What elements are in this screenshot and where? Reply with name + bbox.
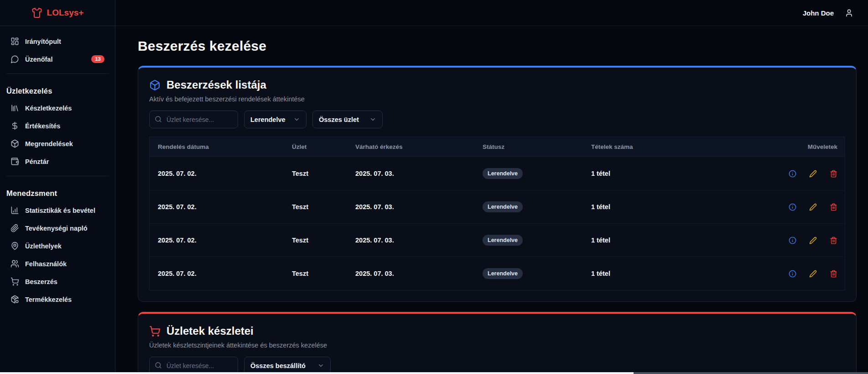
cell-expected-arrival: 2025. 07. 03.	[355, 203, 483, 211]
status-filter-select[interactable]: Lerendelve	[244, 111, 307, 128]
cell-status: Lerendelve	[483, 201, 591, 212]
sidebar-item-cashier[interactable]: Pénztár	[5, 153, 110, 170]
trash-icon[interactable]	[830, 237, 837, 244]
sidebar-item-label: Értékesítés	[25, 122, 60, 130]
cart-icon	[149, 326, 161, 337]
page-title: Beszerzés kezelése	[138, 38, 857, 54]
cell-expected-arrival: 2025. 07. 03.	[355, 270, 483, 277]
store-search	[149, 357, 238, 374]
status-badge: Lerendelve	[483, 201, 523, 212]
unread-count-badge: 13	[91, 55, 104, 63]
cell-items-count: 1 tétel	[591, 237, 778, 244]
brand-logo[interactable]: LOLsys+	[0, 0, 115, 26]
pencil-icon[interactable]	[809, 170, 817, 178]
pencil-icon[interactable]	[809, 270, 817, 278]
trash-icon[interactable]	[830, 170, 837, 178]
status-badge: Lerendelve	[483, 235, 523, 246]
cell-order-date: 2025. 07. 02.	[150, 170, 292, 177]
sidebar-item-products[interactable]: Termékkezelés	[5, 290, 110, 308]
card-title-row: Beszerzések listája	[149, 79, 845, 91]
info-icon[interactable]	[789, 203, 796, 211]
divider	[6, 176, 109, 176]
store-search	[149, 111, 238, 128]
store-filter-select[interactable]: Összes üzlet	[312, 111, 383, 128]
sidebar-item-label: Készletkezelés	[25, 105, 72, 112]
users-icon	[10, 259, 19, 268]
divider	[6, 74, 109, 74]
map-pin-icon	[10, 242, 19, 250]
cell-expected-arrival: 2025. 07. 03.	[355, 237, 483, 244]
card-subtitle: Aktív és befejezett beszerzési rendelése…	[149, 95, 845, 103]
cell-actions	[778, 170, 845, 178]
sidebar-item-label: Irányítópult	[25, 38, 61, 45]
chevron-down-icon	[317, 362, 324, 369]
col-header-store: Üzlet	[292, 143, 355, 150]
cell-store: Teszt	[292, 237, 355, 244]
sidebar-item-label: Tevékenységi napló	[25, 225, 88, 232]
sidebar-item-label: Megrendelések	[25, 140, 73, 147]
pencil-icon[interactable]	[809, 203, 817, 211]
sidebar-item-label: Üzenőfal	[25, 56, 52, 63]
sidebar-item-procurement[interactable]: Beszerzés	[5, 273, 110, 290]
dashboard-icon	[10, 37, 19, 46]
sidebar-item-users[interactable]: Felhasználók	[5, 255, 110, 273]
procurement-list-card: Beszerzések listája Aktív és befejezett …	[138, 66, 857, 302]
chevron-down-icon	[293, 116, 300, 123]
table-row: 2025. 07. 02. Teszt 2025. 07. 03. Lerend…	[150, 223, 845, 257]
col-header-status: Státusz	[483, 143, 591, 150]
store-search-input[interactable]	[149, 357, 238, 374]
sidebar-nav: Irányítópult Üzenőfal 13 Üzletkezelés Ké…	[0, 26, 115, 308]
dollar-icon	[10, 121, 19, 130]
sidebar-item-dashboard[interactable]: Irányítópult	[5, 32, 110, 50]
sidebar-item-orders[interactable]: Megrendelések	[5, 135, 110, 153]
sidebar-item-label: Pénztár	[25, 158, 49, 165]
chat-bubble-icon	[10, 55, 19, 63]
cell-actions	[778, 270, 845, 278]
supplier-filter-select[interactable]: Összes beszállító	[244, 357, 331, 374]
section-title-store-management: Üzletkezelés	[5, 79, 110, 99]
sidebar-item-statistics[interactable]: Statisztikák és bevétel	[5, 201, 110, 219]
chevron-down-icon	[369, 116, 376, 123]
cell-status: Lerendelve	[483, 168, 591, 179]
table-row: 2025. 07. 02. Teszt 2025. 07. 03. Lerend…	[150, 157, 845, 190]
cell-items-count: 1 tétel	[591, 170, 778, 177]
cell-items-count: 1 tétel	[591, 270, 778, 277]
trash-icon[interactable]	[830, 203, 837, 211]
sidebar: LOLsys+ Irányítópult Üzenőfal 13 Üzletke…	[0, 0, 115, 374]
cell-order-date: 2025. 07. 02.	[150, 270, 292, 277]
select-value: Összes üzlet	[319, 116, 359, 123]
info-icon[interactable]	[789, 237, 796, 244]
cell-items-count: 1 tétel	[591, 203, 778, 211]
info-icon[interactable]	[789, 170, 796, 178]
trash-icon[interactable]	[830, 270, 837, 278]
sidebar-item-activity-log[interactable]: Tevékenységi napló	[5, 219, 110, 237]
brand-name: LOLsys+	[47, 8, 84, 18]
procurement-table: Rendelés dátuma Üzlet Várható érkezés St…	[149, 137, 845, 290]
main-area: John Doe Beszerzés kezelése Beszerzések …	[115, 0, 868, 374]
sidebar-item-messageboard[interactable]: Üzenőfal 13	[5, 50, 110, 68]
sidebar-item-sales[interactable]: Értékesítés	[5, 117, 110, 135]
table-header-row: Rendelés dátuma Üzlet Várható érkezés St…	[150, 137, 845, 157]
filters-row: Lerendelve Összes üzlet	[149, 111, 845, 128]
shirt-icon	[31, 7, 42, 18]
store-search-input[interactable]	[149, 111, 238, 128]
user-name[interactable]: John Doe	[803, 9, 834, 17]
info-icon[interactable]	[789, 270, 796, 278]
store-inventory-card: Üzletek készletei Üzletek készletszintje…	[138, 312, 857, 374]
package-icon	[10, 139, 19, 148]
user-icon[interactable]	[845, 9, 853, 17]
cell-order-date: 2025. 07. 02.	[150, 203, 292, 211]
cell-status: Lerendelve	[483, 235, 591, 246]
paperclip-icon	[10, 224, 19, 232]
sidebar-item-inventory[interactable]: Készletkezelés	[5, 99, 110, 117]
page-content: Beszerzés kezelése Beszerzések listája A…	[115, 26, 868, 374]
col-header-actions: Műveletek	[778, 143, 845, 150]
sidebar-item-locations[interactable]: Üzlethelyek	[5, 237, 110, 255]
sidebar-item-label: Termékkezelés	[25, 296, 72, 303]
cell-status: Lerendelve	[483, 268, 591, 279]
select-value: Összes beszállító	[250, 362, 306, 369]
pencil-icon[interactable]	[809, 237, 817, 244]
cart-icon	[10, 277, 19, 286]
col-header-items-count: Tételek száma	[591, 143, 778, 150]
filters-row: Összes beszállító	[149, 357, 845, 374]
